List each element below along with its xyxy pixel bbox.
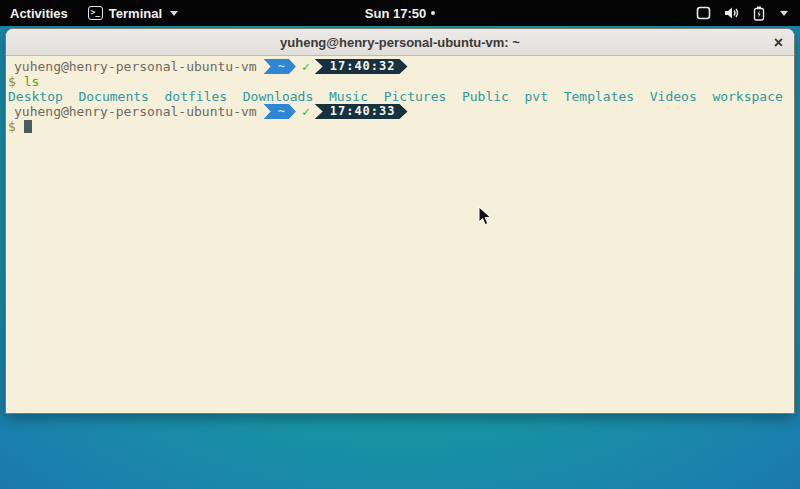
directory-name: Desktop [8,89,63,104]
directory-name: Music [329,89,368,104]
directory-name: Downloads [243,89,313,104]
prompt-user: yuheng@henry-personal-ubuntu-vm [14,104,257,119]
clock-label: Sun 17:50 [365,6,426,21]
command-line-1: $ ls [8,74,792,89]
screen-icon [696,6,711,20]
prompt-user: yuheng@henry-personal-ubuntu-vm [14,59,257,74]
prompt-path-segment: ~ [264,59,296,74]
directory-name: Documents [78,89,148,104]
clock[interactable]: Sun 17:50 [365,6,435,21]
directory-name: workspace [712,89,782,104]
prompt-line-2: yuheng@henry-personal-ubuntu-vm ~ ✓ 17:4… [8,104,792,119]
command-line-2: $ [8,119,792,134]
desktop: Activities >_ Terminal Sun 17:50 [0,0,800,489]
ls-output: Desktop Documents dotfiles Downloads Mus… [8,89,792,104]
prompt-time-segment: 17:40:33 [315,104,408,119]
directory-name: Videos [650,89,697,104]
directory-name: dotfiles [165,89,228,104]
directory-name: Templates [564,89,634,104]
prompt-symbol: $ [8,119,16,134]
prompt-path-segment: ~ [264,104,296,119]
prompt-symbol: $ [8,74,16,89]
top-bar: Activities >_ Terminal Sun 17:50 [0,0,800,26]
battery-charging-icon [753,6,765,21]
text-cursor [24,120,32,133]
directory-name: pvt [525,89,548,104]
command-text: ls [24,74,40,89]
prompt-time-segment: 17:40:32 [315,59,408,74]
status-check-icon: ✓ [302,59,310,74]
directory-name: Pictures [384,89,447,104]
prompt-line-1: yuheng@henry-personal-ubuntu-vm ~ ✓ 17:4… [8,59,792,74]
chevron-down-icon [780,11,788,16]
window-title: yuheng@henry-personal-ubuntu-vm: ~ [280,35,520,50]
close-button[interactable]: × [774,29,783,56]
top-bar-left: Activities >_ Terminal [0,6,178,21]
status-check-icon: ✓ [302,104,310,119]
window-titlebar[interactable]: yuheng@henry-personal-ubuntu-vm: ~ × [6,29,794,56]
activities-button[interactable]: Activities [10,6,68,21]
terminal-app-icon: >_ [88,6,103,20]
app-menu-label: Terminal [109,6,162,21]
caret-down-icon [170,11,178,16]
app-menu[interactable]: >_ Terminal [88,6,178,21]
directory-name: Public [462,89,509,104]
terminal-window: yuheng@henry-personal-ubuntu-vm: ~ × yuh… [5,28,795,414]
system-tray[interactable] [696,6,800,21]
terminal-body[interactable]: yuheng@henry-personal-ubuntu-vm ~ ✓ 17:4… [6,56,794,414]
volume-icon [724,6,740,20]
notification-dot-icon [431,11,435,15]
